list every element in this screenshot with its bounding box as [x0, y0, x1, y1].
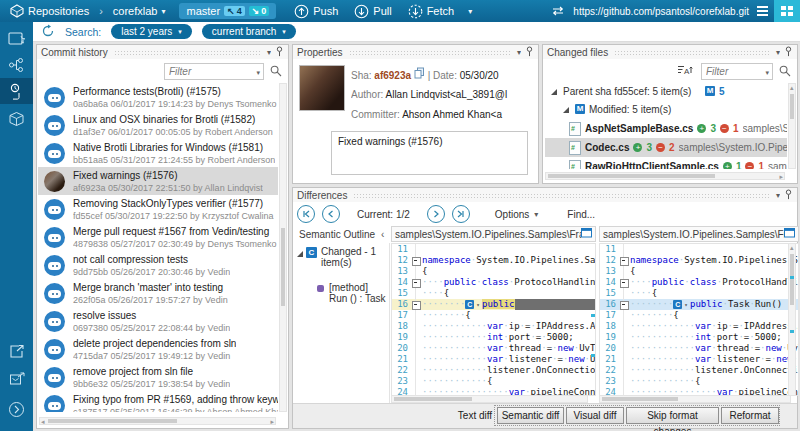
- code-line[interactable]: 14····public·class·ProtocolHandling: [392, 277, 595, 288]
- sidebar-item-workspace[interactable]: [0, 26, 33, 52]
- sync-icon[interactable]: [551, 6, 565, 16]
- code-line[interactable]: 12namespace·System.IO.Pipelines.Sam: [600, 255, 798, 266]
- commit-row[interactable]: Removing StackOnlyTypes verifier (#1577)…: [38, 195, 278, 223]
- sidebar-expand-button[interactable]: [0, 396, 33, 422]
- drag-grip[interactable]: [349, 50, 511, 55]
- fold-icon[interactable]: [412, 301, 421, 310]
- commit-row[interactable]: Merge pull request #1567 from Vedin/test…: [38, 223, 278, 251]
- chevron-down-icon[interactable]: ▾: [765, 69, 769, 77]
- whats-new-button[interactable]: [774, 0, 800, 22]
- drag-grip[interactable]: [114, 50, 261, 55]
- repo-selector[interactable]: corefxlab ▾: [113, 5, 166, 17]
- fold-icon[interactable]: [620, 301, 629, 310]
- code-line[interactable]: 18············var·ip·=·IPAddress.An: [392, 321, 595, 332]
- fetch-button[interactable]: Fetch: [408, 4, 455, 19]
- sidebar-item-open-external[interactable]: [0, 338, 33, 364]
- file-row[interactable]: RawRioHttpClientSample.cs+1−1samples\Sys…: [545, 157, 787, 169]
- code-line[interactable]: 21············var·listener·=·new·Uv: [392, 354, 595, 365]
- parent-sha-row[interactable]: Parent sha fd55cef: 5 item(s) M 5: [545, 83, 787, 102]
- visual-diff-button[interactable]: Visual diff: [566, 407, 624, 424]
- options-button[interactable]: Options ▾: [495, 209, 538, 220]
- commit-row[interactable]: Native Brotli Libraries for Windows (#15…: [38, 139, 278, 167]
- window-icon[interactable]: [784, 228, 795, 240]
- commit-row[interactable]: resolve issues0697380 05/25/2017 22:08:4…: [38, 307, 278, 335]
- branch-button[interactable]: master ↖4 ↘0: [179, 3, 276, 19]
- fold-icon[interactable]: [412, 257, 421, 266]
- collapse-icon[interactable]: ▾: [776, 191, 780, 200]
- collapse-icon[interactable]: ▾: [267, 48, 271, 57]
- search-filter-time[interactable]: last 2 years ▾: [111, 24, 192, 39]
- remote-url[interactable]: https://github.com/psantosl/corefxlab.gi…: [573, 6, 749, 17]
- first-diff-button[interactable]: [297, 205, 315, 223]
- commit-row[interactable]: Linux and OSX binaries for Brotli (#1582…: [38, 111, 278, 139]
- expander-icon[interactable]: [563, 107, 569, 113]
- code-line[interactable]: 19············int·port·=·5000;: [392, 332, 595, 343]
- sidebar-item-send-feedback[interactable]: [0, 366, 33, 392]
- code-line[interactable]: 20············var·thread·=·new·UvTh: [600, 343, 798, 354]
- chevron-down-icon[interactable]: ▾: [256, 69, 260, 77]
- code-line[interactable]: 12namespace·System.IO.Pipelines.Sam: [392, 255, 595, 266]
- code-line[interactable]: 22············listener.OnConnection: [392, 365, 595, 376]
- fold-icon[interactable]: [412, 279, 421, 288]
- reformat-button[interactable]: Reformat: [721, 407, 779, 424]
- code-line[interactable]: 23············{: [392, 376, 595, 387]
- drag-grip[interactable]: [353, 193, 770, 198]
- commit-row[interactable]: Performance tests(Brotli) (#1575)0a6ba6a…: [38, 83, 278, 111]
- right-file-header[interactable]: samples\System.IO.Pipelines.Samples\Fram…: [599, 226, 799, 242]
- push-button[interactable]: Push: [294, 4, 338, 19]
- code-line[interactable]: 15····{: [600, 288, 798, 299]
- next-diff-button[interactable]: [427, 205, 445, 223]
- code-line[interactable]: 22············listener.OnConnection: [600, 365, 798, 376]
- pin-icon[interactable]: [784, 46, 793, 59]
- code-line[interactable]: 18············var·ip·=·IPAddress.An: [600, 321, 798, 332]
- code-line[interactable]: 20············var·thread·=·new·UvTh: [392, 343, 595, 354]
- pin-icon[interactable]: [275, 46, 284, 59]
- code-line[interactable]: 17········{: [600, 310, 798, 321]
- commit-row[interactable]: Merge branch 'master' into testing262f05…: [38, 279, 278, 307]
- commit-list-vscrollbar[interactable]: [279, 83, 287, 412]
- collapse-icon[interactable]: ▾: [517, 48, 521, 57]
- search-icon[interactable]: [779, 65, 791, 79]
- window-icon[interactable]: [581, 228, 592, 240]
- code-line[interactable]: 21············var·listener·=·new·Uv: [600, 354, 798, 365]
- code-line[interactable]: 23············{: [600, 376, 798, 387]
- commit-row[interactable]: remove project from sln file9bb6e32 05/2…: [38, 363, 278, 391]
- code-line[interactable]: 15····{: [392, 288, 595, 299]
- outline-method-item[interactable]: [method] Run () : Task: [329, 282, 389, 304]
- diff-vscrollbar[interactable]: ▴: [788, 243, 796, 396]
- commit-row[interactable]: not call compression tests9dd75bb 05/26/…: [38, 251, 278, 279]
- code-line[interactable]: 13{: [600, 266, 798, 277]
- code-line[interactable]: 13{: [392, 266, 595, 277]
- fold-icon[interactable]: [620, 257, 629, 266]
- find-button[interactable]: Find...: [567, 209, 595, 220]
- commit-message-box[interactable]: Fixed warnings (#1576): [331, 131, 528, 175]
- diff-pane-right[interactable]: 1112namespace·System.IO.Pipelines.Sam13{…: [599, 243, 799, 396]
- copy-icon[interactable]: [414, 70, 425, 81]
- pin-icon[interactable]: [525, 46, 534, 59]
- code-line[interactable]: 11: [600, 244, 798, 255]
- right-pane-hscrollbar[interactable]: [599, 395, 791, 403]
- menu-icon[interactable]: [757, 6, 768, 16]
- expander-icon[interactable]: [551, 89, 557, 95]
- code-line[interactable]: 16········C▾public·async·Task·Run: [392, 299, 595, 310]
- chevron-down-icon[interactable]: ▾: [684, 301, 688, 308]
- file-row[interactable]: AspNetSampleBase.cs+3−1samples\System.IO…: [545, 119, 787, 138]
- files-filter-input[interactable]: [702, 64, 772, 79]
- left-file-header[interactable]: samples\System.IO.Pipelines.Samples\Fram…: [391, 226, 596, 242]
- expander-icon[interactable]: [297, 251, 303, 257]
- code-line[interactable]: 16········C▾public·Task·Run(): [600, 299, 798, 310]
- commit-row[interactable]: Fixed warnings (#1576)af6923a 05/30/2017…: [38, 167, 278, 195]
- code-line[interactable]: 14····public·class·ProtocolHandling: [600, 277, 798, 288]
- search-filter-branch[interactable]: current branch ▾: [202, 24, 296, 39]
- drag-grip[interactable]: [614, 50, 770, 55]
- fold-icon[interactable]: [620, 279, 629, 288]
- files-hscrollbar[interactable]: ▸: [545, 172, 785, 180]
- collapse-icon[interactable]: ▾: [776, 48, 780, 57]
- file-row[interactable]: Codec.cs+3−2samples\System.IO.Pipelines.…: [545, 138, 787, 157]
- sidebar-item-packages[interactable]: [0, 106, 33, 132]
- refresh-icon[interactable]: [41, 24, 55, 40]
- commit-row[interactable]: delete project dependencies from sln4715…: [38, 335, 278, 363]
- skip-format-changes-button[interactable]: Skip format changes: [626, 407, 719, 424]
- left-pane-hscrollbar[interactable]: [391, 395, 588, 403]
- pull-button[interactable]: Pull: [354, 4, 391, 19]
